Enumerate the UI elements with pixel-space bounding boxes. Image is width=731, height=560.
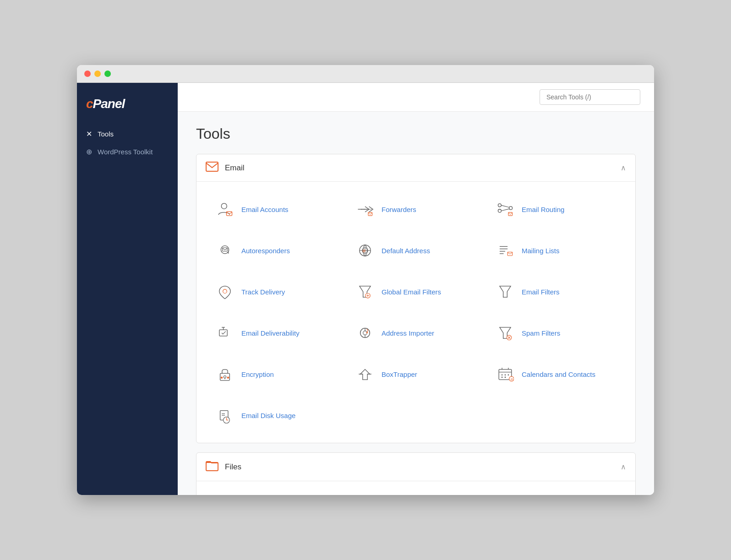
email-section-icon	[206, 162, 218, 174]
sidebar: cPanel ✕ Tools ⊕ WordPress Toolkit	[77, 83, 178, 495]
files-section-header[interactable]: Files ∧	[196, 453, 635, 481]
search-tools-input[interactable]	[540, 89, 640, 105]
sidebar-wordpress-label: WordPress Toolkit	[98, 148, 153, 156]
files-section-icon	[206, 460, 218, 473]
sidebar-nav: ✕ Tools ⊕ WordPress Toolkit	[77, 125, 178, 161]
files-tools-grid: File Manager	[196, 481, 635, 495]
boxtrapper-icon	[355, 364, 375, 384]
email-tools-grid: Email Accounts	[196, 182, 635, 443]
app-container: cPanel ✕ Tools ⊕ WordPress Toolkit	[77, 83, 654, 495]
tool-global-email-filters[interactable]: Global Email Filters	[346, 273, 486, 310]
email-accounts-label: Email Accounts	[241, 206, 289, 213]
spam-filters-icon	[495, 323, 515, 343]
email-disk-usage-label: Email Disk Usage	[241, 412, 295, 419]
default-address-label: Default Address	[382, 247, 430, 255]
tool-email-accounts[interactable]: Email Accounts	[206, 191, 346, 228]
files-section: Files ∧	[196, 452, 636, 495]
svg-text:@: @	[510, 378, 513, 381]
tool-address-importer[interactable]: Address Importer	[346, 315, 486, 351]
tool-autoresponders[interactable]: Autoresponders	[206, 232, 346, 269]
svg-line-9	[501, 205, 509, 207]
autoresponders-label: Autoresponders	[241, 247, 290, 255]
svg-point-25	[223, 289, 227, 294]
encryption-label: Encryption	[241, 370, 274, 378]
files-section-header-left: Files	[206, 460, 241, 473]
maximize-button[interactable]	[104, 71, 111, 77]
svg-point-43	[224, 375, 226, 378]
svg-point-35	[363, 331, 367, 335]
svg-rect-0	[206, 162, 218, 171]
svg-point-46	[227, 377, 229, 379]
tool-email-routing[interactable]: Email Routing	[486, 191, 626, 228]
main-header	[178, 83, 654, 112]
sidebar-tools-label: Tools	[98, 130, 114, 138]
svg-rect-5	[368, 212, 372, 216]
svg-text:@: @	[362, 249, 366, 253]
tool-spam-filters[interactable]: Spam Filters	[486, 315, 626, 351]
address-importer-icon	[355, 323, 375, 343]
browser-window: cPanel ✕ Tools ⊕ WordPress Toolkit	[77, 65, 654, 495]
autoresponders-icon	[215, 240, 235, 261]
svg-rect-13	[223, 248, 227, 251]
email-section: Email ∧	[196, 154, 636, 443]
tool-encryption[interactable]: Encryption	[206, 356, 346, 392]
sidebar-item-wordpress[interactable]: ⊕ WordPress Toolkit	[77, 143, 178, 161]
svg-rect-65	[206, 462, 218, 471]
boxtrapper-label: BoxTrapper	[382, 370, 417, 378]
mailing-lists-label: Mailing Lists	[522, 247, 560, 255]
email-accounts-icon	[215, 199, 235, 219]
tool-calendars-contacts[interactable]: @ Calendars and Contacts	[486, 356, 626, 392]
sidebar-logo: cPanel	[77, 92, 178, 125]
tool-directory-privacy[interactable]: Directory Privacy	[486, 490, 626, 495]
svg-point-56	[505, 374, 506, 375]
email-collapse-icon[interactable]: ∧	[621, 163, 626, 172]
calendars-contacts-icon: @	[495, 364, 515, 384]
track-delivery-label: Track Delivery	[241, 288, 285, 296]
tool-email-disk-usage[interactable]: Email Disk Usage	[206, 397, 346, 434]
svg-rect-31	[219, 330, 227, 336]
default-address-icon: @	[355, 240, 375, 261]
minimize-button[interactable]	[94, 71, 101, 77]
page-body: Tools Email ∧	[178, 112, 654, 495]
svg-point-57	[505, 377, 506, 378]
email-section-header[interactable]: Email ∧	[196, 154, 635, 182]
wrench-icon: ✕	[86, 130, 92, 138]
close-button[interactable]	[84, 71, 91, 77]
main-content: Tools Email ∧	[178, 83, 654, 495]
cpanel-logo-text: cPanel	[86, 97, 169, 111]
calendars-contacts-label: Calendars and Contacts	[522, 370, 595, 378]
files-section-title: Files	[225, 462, 241, 472]
spam-filters-label: Spam Filters	[522, 329, 560, 337]
tool-track-delivery[interactable]: Track Delivery	[206, 273, 346, 310]
track-delivery-icon	[215, 282, 235, 302]
tool-file-manager[interactable]: File Manager	[206, 490, 346, 495]
svg-point-45	[221, 377, 223, 379]
svg-marker-30	[500, 286, 511, 297]
tool-images[interactable]: Images	[346, 490, 486, 495]
svg-point-7	[498, 209, 501, 212]
tool-mailing-lists[interactable]: Mailing Lists	[486, 232, 626, 269]
tool-forwarders[interactable]: Forwarders	[346, 191, 486, 228]
email-disk-usage-icon	[215, 405, 235, 425]
svg-point-1	[221, 203, 227, 209]
email-deliverability-label: Email Deliverability	[241, 329, 300, 337]
email-section-title: Email	[225, 163, 245, 173]
browser-chrome	[77, 65, 654, 83]
sidebar-item-tools[interactable]: ✕ Tools	[77, 125, 178, 143]
svg-point-58	[508, 374, 509, 375]
email-routing-label: Email Routing	[522, 206, 564, 213]
tool-default-address[interactable]: @ Default Address	[346, 232, 486, 269]
email-filters-icon	[495, 282, 515, 302]
tool-boxtrapper[interactable]: BoxTrapper	[346, 356, 486, 392]
email-routing-icon	[495, 199, 515, 219]
forwarders-icon	[355, 199, 375, 219]
svg-rect-11	[508, 212, 513, 216]
files-collapse-icon[interactable]: ∧	[621, 462, 626, 471]
tool-email-filters[interactable]: Email Filters	[486, 273, 626, 310]
tool-email-deliverability[interactable]: Email Deliverability	[206, 315, 346, 351]
page-title: Tools	[196, 125, 636, 142]
address-importer-label: Address Importer	[382, 329, 434, 337]
forwarders-label: Forwarders	[382, 206, 416, 213]
email-section-header-left: Email	[206, 162, 245, 174]
svg-marker-47	[360, 370, 370, 380]
